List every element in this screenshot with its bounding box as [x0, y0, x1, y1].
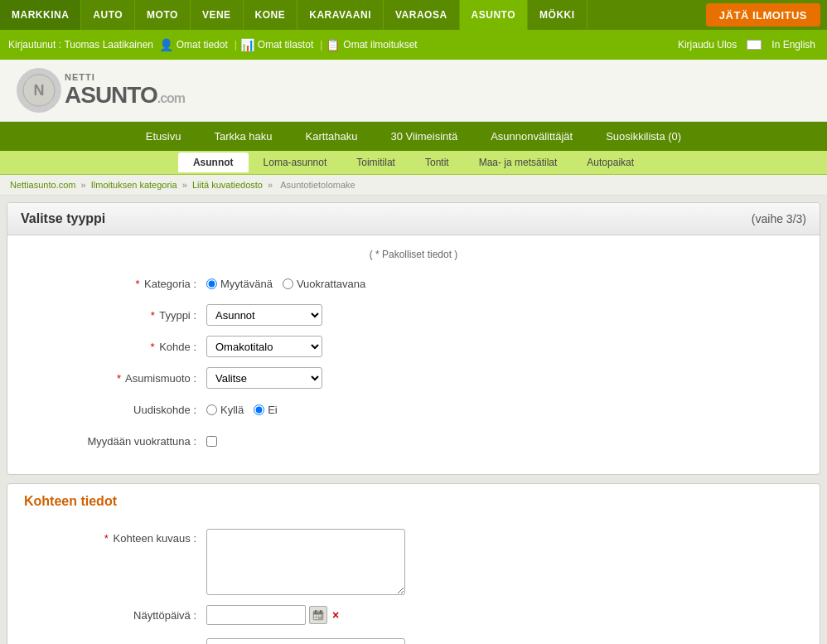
- required-star-kategoria: *: [135, 278, 139, 290]
- label-text-kohde: Kohde: [159, 341, 191, 353]
- label-kohteen-kuvaus: * Kohteen kuvaus :: [24, 529, 206, 545]
- sub-nav-toimitilat[interactable]: Toimitilat: [341, 153, 410, 172]
- svg-text:N: N: [34, 82, 45, 99]
- logout-link[interactable]: Kirjaudu Ulos: [678, 39, 737, 51]
- input-nayttopaiva[interactable]: [206, 605, 306, 625]
- select-kohde[interactable]: Omakotitalo Kerrostalo Rivitalo Paritalo…: [206, 336, 322, 357]
- breadcrumb-home[interactable]: Nettiasunto.com: [10, 180, 75, 190]
- required-star-kuvaus: *: [104, 532, 109, 545]
- logo-text: NETTI ASUNTO.com: [65, 72, 185, 109]
- svg-rect-10: [317, 617, 318, 619]
- login-label: Kirjautunut :: [8, 39, 61, 51]
- nav-varaosa[interactable]: VARAOSA: [384, 0, 460, 30]
- radio-text-myytavana: Myytävänä: [220, 278, 273, 290]
- omat-tilastot-link[interactable]: Omat tilastot: [258, 39, 313, 51]
- sub-nav-loma-asunnot[interactable]: Loma-asunnot: [249, 153, 342, 172]
- main-nav-valittajat[interactable]: Asunnonvälittäjät: [474, 122, 589, 151]
- radio-label-ei[interactable]: Ei: [254, 404, 278, 416]
- cta-button[interactable]: Jätä ilmoitus: [706, 3, 820, 27]
- user-name-line2: Laatikainen: [103, 39, 153, 51]
- separator1: |: [235, 39, 237, 51]
- separator2: |: [320, 39, 322, 51]
- omat-tiedot-link[interactable]: Omat tiedot: [177, 39, 228, 51]
- sub-nav-maa-metsatilat[interactable]: Maa- ja metsätilat: [464, 153, 573, 172]
- user-bar: Kirjautunut : Tuomas Laatikainen Omat ti…: [0, 30, 827, 60]
- nav-vene[interactable]: VENE: [191, 0, 244, 30]
- row-nayton-lisatiedot: Näytön lisätiedot :: [24, 635, 803, 644]
- main-nav-tarkka-haku[interactable]: Tarkka haku: [197, 122, 288, 151]
- svg-rect-9: [314, 617, 316, 619]
- sub-navigation: Asunnot Loma-asunnot Toimitilat Tontit M…: [0, 151, 827, 175]
- radio-text-kylla: Kyllä: [220, 404, 244, 416]
- section1-header: Valitse tyyppi (vaihe 3/3): [7, 203, 820, 235]
- label-uudiskohde: Uudiskohde :: [24, 404, 206, 416]
- logo-netti: NETTI: [65, 72, 185, 82]
- omat-ilmoitukset-link[interactable]: Omat ilmoitukset: [343, 39, 417, 51]
- main-nav-suosikkilista[interactable]: Suosikkilista (0): [589, 122, 698, 151]
- section2-title: Kohteen tiedot: [7, 484, 820, 512]
- label-nayton-lisatiedot: Näytön lisätiedot :: [24, 638, 206, 644]
- section2-body: * Kohteen kuvaus : Näyttöpäivä :: [7, 512, 820, 644]
- ads-icon: [326, 38, 340, 51]
- select-tyyppi[interactable]: Asunnot Kiinteistöt Tontit: [206, 304, 322, 326]
- nav-mokki[interactable]: MÖKKI: [528, 0, 588, 30]
- sub-nav-autopaikat[interactable]: Autopaikat: [572, 153, 649, 172]
- row-kategoria: * Kategoria : Myytävänä Vuokrattavana: [24, 272, 803, 295]
- label-text-uudiskohde: Uudiskohde: [133, 404, 191, 416]
- required-star-tyyppi: *: [151, 309, 155, 322]
- row-myydaan-vuokrattuna: Myydään vuokrattuna :: [24, 429, 803, 453]
- breadcrumb-kuvatiedosto[interactable]: Liitä kuvatiedosto: [192, 180, 263, 190]
- language-link[interactable]: In English: [771, 39, 815, 51]
- radio-label-myytavana[interactable]: Myytävänä: [206, 278, 273, 290]
- label-text-tyyppi: Tyyppi: [159, 309, 191, 322]
- select-asumismuoto[interactable]: Valitse Omistus Vuokra Osaomistus: [206, 367, 322, 389]
- label-tyyppi: * Tyyppi :: [24, 309, 206, 322]
- main-nav-etusivu[interactable]: Etusivu: [129, 122, 198, 151]
- breadcrumb-current: Asuntotietolomake: [280, 180, 355, 190]
- svg-rect-8: [319, 615, 321, 617]
- logo-area: N NETTI ASUNTO.com: [0, 60, 827, 122]
- main-content: Valitse tyyppi (vaihe 3/3) ( * Pakollise…: [0, 196, 827, 644]
- sub-nav-tontit[interactable]: Tontit: [410, 153, 464, 172]
- section-kohteen-tiedot: Kohteen tiedot * Kohteen kuvaus : Näyttö…: [7, 483, 820, 644]
- checkbox-myydaan-vuokrattuna[interactable]: [206, 436, 217, 447]
- clear-date-btn[interactable]: ×: [332, 608, 339, 622]
- kategoria-radio-group: Myytävänä Vuokrattavana: [206, 278, 365, 290]
- svg-rect-5: [320, 610, 322, 613]
- breadcrumb-sep1: »: [81, 180, 89, 190]
- radio-label-kylla[interactable]: Kyllä: [206, 404, 244, 416]
- nav-moto[interactable]: MOTO: [135, 0, 191, 30]
- nav-auto[interactable]: AUTO: [81, 0, 135, 30]
- breadcrumb: Nettiasunto.com » Ilmoituksen kategoria …: [0, 175, 827, 196]
- textarea-nayton-lisatiedot[interactable]: [206, 638, 405, 644]
- radio-kylla[interactable]: [206, 404, 217, 415]
- uudiskohde-radio-group: Kyllä Ei: [206, 404, 278, 416]
- logo-asunto: ASUNTO.com: [65, 82, 185, 109]
- calendar-icon-btn[interactable]: [309, 606, 327, 624]
- radio-myytavana[interactable]: [206, 278, 217, 289]
- radio-label-vuokrattavana[interactable]: Vuokrattavana: [283, 278, 365, 290]
- breadcrumb-sep3: »: [268, 180, 275, 190]
- nav-kone[interactable]: KONE: [244, 0, 298, 30]
- nav-karavaani[interactable]: KARAVAANI: [297, 0, 384, 30]
- logo-circle: N: [17, 68, 61, 113]
- logo-box: N NETTI ASUNTO.com: [17, 68, 810, 113]
- radio-ei[interactable]: [254, 404, 264, 415]
- label-text-asumismuoto: Asumismuoto: [125, 372, 191, 385]
- textarea-kuvaus[interactable]: [206, 529, 405, 595]
- nav-asunto[interactable]: ASUNTO: [460, 0, 528, 30]
- radio-text-ei: Ei: [268, 404, 278, 416]
- sub-nav-asunnot[interactable]: Asunnot: [178, 153, 249, 172]
- main-nav-karttahaku[interactable]: Karttahaku: [289, 122, 375, 151]
- radio-text-vuokrattavana: Vuokrattavana: [297, 278, 365, 290]
- main-nav-viimeisinta[interactable]: 30 Viimeisintä: [374, 122, 474, 151]
- radio-vuokrattavana[interactable]: [283, 278, 293, 289]
- section1-title: Valitse tyyppi: [21, 211, 105, 226]
- label-text-nayttopaiva: Näyttöpäivä: [133, 609, 191, 622]
- svg-rect-7: [317, 615, 318, 617]
- svg-rect-4: [315, 610, 317, 613]
- nav-markkina[interactable]: MARKKINA: [0, 0, 81, 30]
- user-name-line1: Tuomas: [64, 39, 99, 51]
- date-input-row: ×: [206, 605, 339, 625]
- breadcrumb-kategoria[interactable]: Ilmoituksen kategoria: [91, 180, 177, 190]
